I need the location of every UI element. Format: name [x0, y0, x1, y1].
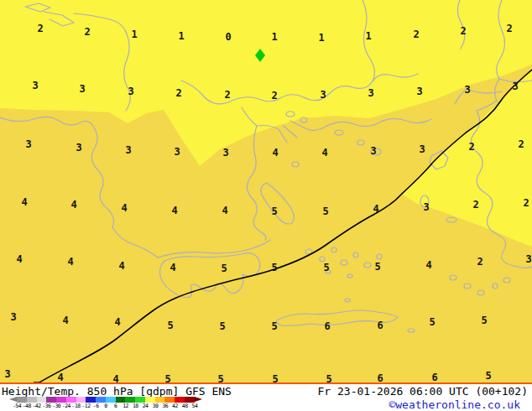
scale-segment: [66, 397, 76, 403]
temp-value-label: 4: [118, 261, 124, 271]
temp-value-label: 5: [374, 262, 380, 272]
temp-value-label: 4: [62, 315, 68, 325]
temp-value-label: 3: [320, 90, 326, 100]
temp-value-label: 1: [131, 29, 137, 39]
scale-tick-label: -42: [32, 403, 40, 409]
scale-segment: [135, 397, 145, 403]
temp-value-label: 3: [128, 86, 133, 96]
footer-bar: Height/Temp. 850 hPa [gdpm] GFS ENS Fr 2…: [0, 384, 532, 411]
temp-value-label: 5: [323, 263, 329, 273]
scale-tick-label: 0: [104, 403, 107, 409]
scale-left-arrow-icon: [9, 397, 17, 402]
scale-tick-label: 6: [114, 403, 117, 409]
scale-tick-label: 36: [162, 403, 168, 409]
temp-value-label: 3: [416, 86, 422, 96]
temp-value-label: 3: [76, 143, 81, 153]
temp-value-label: 5: [485, 371, 491, 381]
temp-value-label: 3: [25, 139, 31, 149]
temp-value-label: 3: [4, 369, 10, 379]
temp-value-label: 4: [171, 206, 177, 216]
temp-value-label: 0: [225, 32, 231, 42]
temp-value-label: 2: [175, 88, 181, 98]
scale-tick-label: -36: [42, 403, 50, 409]
temperature-scale-bar: [17, 397, 195, 403]
weather-map-page: 2211011122233322233333333334433224444455…: [0, 0, 532, 411]
temp-value-label: 5: [219, 321, 225, 331]
temp-value-label: 5: [322, 206, 328, 216]
scale-tick-label: -6: [93, 403, 99, 409]
temp-value-label: 1: [365, 31, 371, 41]
temp-value-label: 6: [324, 321, 330, 331]
temp-value-label: 4: [21, 197, 27, 207]
temp-value-label: 3: [525, 254, 531, 264]
temp-value-label: 3: [222, 148, 228, 158]
scale-segment: [37, 397, 47, 403]
temp-value-label: 3: [370, 146, 376, 156]
temp-value-label: 2: [506, 23, 512, 34]
scale-tick-label: -18: [72, 403, 81, 409]
scale-tick-label: 48: [182, 403, 188, 409]
temp-value-label: 2: [271, 91, 277, 101]
temp-value-label: 4: [121, 203, 127, 213]
scale-segment: [76, 397, 86, 403]
map-graphics-layer: [0, 0, 532, 382]
temp-value-label: 3: [32, 81, 38, 91]
temp-value-label: 5: [481, 315, 487, 325]
temp-value-label: 4: [70, 200, 76, 210]
temp-value-label: 1: [271, 32, 277, 42]
temp-value-label: 3: [10, 312, 16, 322]
temp-value-label: 4: [57, 372, 63, 382]
temp-value-label: 4: [170, 263, 175, 273]
temp-value-label: 3: [512, 81, 518, 91]
scale-tick-label: -30: [52, 403, 60, 409]
scale-tick-label: -12: [81, 403, 90, 409]
scale-tick-label: -24: [62, 403, 70, 409]
temp-value-label: 4: [272, 148, 278, 158]
temp-value-label: 5: [271, 321, 277, 331]
temp-value-label: 3: [125, 145, 131, 155]
temp-value-label: 6: [431, 372, 437, 382]
temp-value-label: 6: [377, 320, 383, 330]
temp-value-label: 4: [114, 317, 120, 327]
scale-segment: [46, 397, 56, 403]
scale-tick-label: 12: [123, 403, 128, 409]
scale-segment: [56, 397, 66, 403]
temp-value-label: 1: [178, 31, 184, 41]
temp-value-label: 5: [167, 320, 173, 330]
scale-right-arrow-icon: [195, 397, 202, 402]
temp-value-label: 2: [224, 90, 230, 100]
copyright-link[interactable]: ©weatheronline.co.uk: [389, 398, 520, 411]
temp-value-label: 4: [373, 204, 378, 214]
scale-tick-label: 18: [133, 403, 138, 409]
temp-value-label: 2: [472, 200, 478, 210]
temp-value-label: 2: [84, 27, 90, 37]
temp-value-label: 5: [221, 263, 227, 273]
scale-segment: [155, 397, 165, 403]
temp-value-label: 3: [368, 88, 373, 98]
temp-value-label: 3: [423, 202, 429, 212]
temp-value-label: 4: [67, 257, 73, 267]
scale-segment: [185, 397, 195, 403]
temp-value-label: 1: [318, 33, 324, 43]
scale-segment: [86, 397, 96, 403]
temp-value-label: 2: [468, 142, 474, 152]
scale-tick-label: -54: [13, 403, 21, 409]
temp-value-label: 3: [464, 85, 470, 95]
map-canvas: 2211011122233322233333333334433224444455…: [0, 0, 532, 382]
scale-tick-label: 24: [143, 403, 149, 409]
temp-value-label: 4: [222, 206, 227, 216]
temp-value-label: 4: [16, 254, 22, 264]
temp-value-label: 2: [413, 29, 419, 39]
temp-value-label: 2: [523, 198, 529, 208]
scale-segment: [106, 397, 116, 403]
temp-value-label: 2: [518, 139, 524, 149]
scale-segment: [116, 397, 126, 403]
temp-value-label: 4: [425, 260, 431, 270]
scale-tick-label: 54: [192, 403, 198, 409]
scale-tick-label: 42: [172, 403, 178, 409]
temp-value-label: 5: [429, 317, 435, 327]
temp-value-label: 2: [37, 23, 43, 34]
temp-value-label: 3: [79, 84, 85, 94]
temp-value-label: 5: [271, 206, 277, 216]
temp-value-label: 2: [477, 257, 482, 267]
